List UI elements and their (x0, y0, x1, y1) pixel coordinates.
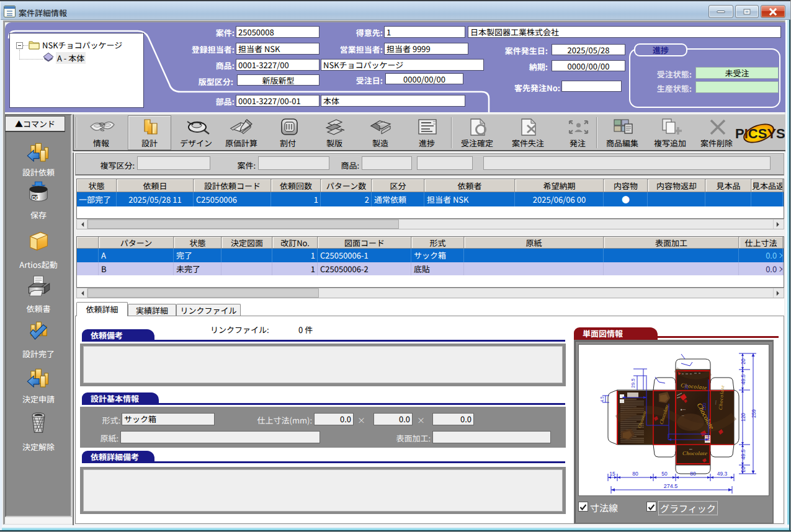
svg-text:4.5: 4.5 (600, 396, 604, 402)
svg-text:▪ ▪ ▪: ▪ ▪ ▪ (713, 400, 718, 404)
svg-text:120: 120 (702, 403, 707, 411)
svg-text:49.3: 49.3 (717, 471, 728, 477)
svg-text:49.5: 49.5 (740, 374, 746, 384)
svg-text:49.5: 49.5 (740, 449, 746, 459)
svg-text:50: 50 (661, 471, 668, 477)
svg-text:20: 20 (740, 358, 746, 365)
svg-text:259: 259 (751, 409, 757, 418)
svg-text:80: 80 (632, 471, 638, 477)
svg-text:Chocolate: Chocolate (682, 450, 707, 456)
svg-text:29.5: 29.5 (630, 378, 636, 388)
svg-text:80: 80 (690, 471, 696, 477)
svg-text:▪ ▪: ▪ ▪ (682, 414, 684, 417)
svg-text:15: 15 (609, 471, 615, 477)
svg-text:▪▪▪: ▪▪▪ (689, 447, 692, 451)
svg-text:20: 20 (740, 466, 746, 472)
svg-text:PICSYS: PICSYS (735, 126, 785, 141)
svg-text:120: 120 (740, 413, 746, 422)
svg-text:20: 20 (684, 384, 689, 389)
svg-text:■ ▪ ▪: ■ ▪ ▪ (681, 407, 686, 411)
svg-text:274.5: 274.5 (664, 483, 678, 489)
svg-text:DD: DD (32, 195, 40, 201)
